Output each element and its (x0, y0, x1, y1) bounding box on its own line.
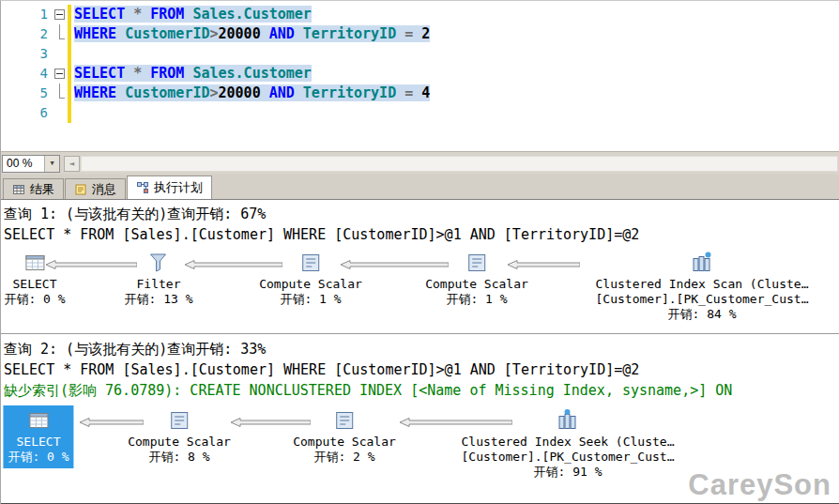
code-token: Sales.Customer (184, 6, 311, 23)
code-token: > (210, 25, 219, 42)
plan-node-cost: 开销: 1 % (259, 292, 362, 307)
code-text[interactable]: WHERE CustomerID>20000 AND TerritoryID =… (71, 84, 430, 103)
plan-node-label: [Customer].[PK_Customer_Cust… (462, 450, 675, 465)
compute-scalar-operator-icon (425, 251, 528, 275)
code-token: FROM (150, 65, 184, 82)
code-token: AND (261, 84, 295, 101)
tab-label: 消息 (92, 181, 116, 198)
code-token: = (396, 25, 421, 42)
code-token: WHERE (74, 25, 116, 42)
execution-plan-icon (136, 181, 149, 194)
code-text[interactable] (71, 103, 74, 123)
plan-node-label: SELECT (4, 277, 65, 292)
code-token: SELECT (74, 65, 125, 82)
compute-scalar-operator-icon (259, 251, 362, 275)
plan-node-label: Clustered Index Scan (Cluste… (596, 277, 809, 292)
results-tab-bar: 结果 消息 执行计划 (1, 175, 839, 199)
plan-node-select[interactable]: SELECT 开销: 0 % (3, 405, 73, 468)
line-number: 4 (1, 64, 53, 84)
query2-header: 查询 2: (与该批有关的)查询开销: 33% (4, 341, 266, 359)
editor-line[interactable]: 3 (1, 44, 839, 64)
code-token: * (125, 65, 150, 82)
tab-execution-plan[interactable]: 执行计划 (127, 176, 212, 199)
horizontal-scrollbar-track[interactable] (81, 156, 838, 172)
clustered-index-seek-operator-icon (462, 408, 675, 433)
plan-node-select[interactable]: SELECT 开销: 0 % (4, 251, 65, 307)
missing-index-suggestion[interactable]: 缺少索引(影响 76.0789): CREATE NONCLUSTERED IN… (4, 382, 732, 400)
plan-node-cost: 开销: 1 % (425, 292, 528, 307)
plan-node-cost: 开销: 8 % (128, 450, 231, 465)
plan-node-compute-scalar[interactable]: Compute Scalar 开销: 1 % (425, 251, 528, 307)
plan-node-cost: 开销: 2 % (293, 450, 396, 465)
code-token: AND (261, 25, 295, 42)
editor-scrollbar-area: 00 % ▼ ◄ (1, 151, 839, 175)
scroll-left-button[interactable]: ◄ (64, 156, 80, 172)
code-token: CustomerID (116, 25, 209, 42)
fold-margin (53, 103, 68, 123)
plan-node-label: Filter (125, 277, 193, 292)
plan-section-divider (1, 333, 839, 334)
zoom-combobox[interactable]: 00 % ▼ (2, 155, 60, 173)
tab-results[interactable]: 结果 (3, 178, 64, 199)
code-token: = (396, 84, 421, 101)
plan-node-clustered-index-scan[interactable]: Clustered Index Scan (Cluste… [Customer]… (596, 251, 809, 322)
editor-line[interactable]: 5 WHERE CustomerID>20000 AND TerritoryID… (1, 84, 839, 103)
query2-sql-text: SELECT * FROM [Sales].[Customer] WHERE [… (4, 361, 639, 378)
editor-line[interactable]: 4 SELECT * FROM Sales.Customer (1, 64, 839, 84)
code-text[interactable] (71, 44, 74, 64)
plan-node-compute-scalar[interactable]: Compute Scalar 开销: 8 % (128, 408, 231, 465)
code-token: TerritoryID (295, 25, 396, 42)
fold-margin[interactable] (53, 64, 68, 84)
fold-region-line (59, 24, 65, 39)
plan-node-compute-scalar[interactable]: Compute Scalar 开销: 1 % (259, 251, 362, 307)
tab-label: 执行计划 (154, 179, 203, 196)
code-token: 2 (421, 25, 430, 42)
code-token: 4 (421, 84, 430, 101)
fold-margin[interactable] (53, 84, 68, 103)
fold-margin[interactable] (53, 5, 68, 24)
ssms-window: 1 SELECT * FROM Sales.Customer 2 WHERE C… (0, 0, 839, 504)
plan-node-label: [Customer].[PK_Customer_Cust… (596, 292, 809, 307)
collapse-minus-icon[interactable] (54, 9, 65, 20)
code-text[interactable]: WHERE CustomerID>20000 AND TerritoryID =… (71, 24, 430, 44)
code-token: * (125, 6, 150, 23)
code-token: > (210, 84, 219, 101)
plan-node-label: Compute Scalar (293, 435, 396, 450)
plan-node-clustered-index-seek[interactable]: Clustered Index Seek (Cluste… [Customer]… (462, 408, 675, 480)
fold-region-line (59, 84, 65, 99)
zoom-value: 00 % (3, 157, 44, 170)
filter-operator-icon (125, 251, 193, 275)
plan-node-label: Compute Scalar (128, 435, 231, 450)
chevron-down-icon[interactable]: ▼ (44, 156, 59, 172)
editor-line[interactable]: 6 (1, 103, 839, 123)
code-token: 20000 (219, 25, 261, 42)
query1-sql-text: SELECT * FROM [Sales].[Customer] WHERE [… (4, 226, 639, 243)
select-operator-icon (4, 251, 65, 275)
plan-node-compute-scalar[interactable]: Compute Scalar 开销: 2 % (293, 408, 396, 465)
code-text[interactable]: SELECT * FROM Sales.Customer (71, 64, 312, 84)
code-token: Sales.Customer (184, 65, 311, 82)
compute-scalar-operator-icon (293, 408, 396, 433)
plan-node-label: SELECT (8, 435, 69, 450)
fold-margin[interactable] (53, 24, 68, 44)
execution-plan-pane[interactable]: 查询 1: (与该批有关的)查询开销: 67% SELECT * FROM [S… (1, 199, 839, 504)
tab-label: 结果 (30, 181, 54, 198)
line-number: 3 (1, 44, 53, 64)
plan-node-cost: 开销: 0 % (4, 292, 65, 307)
tab-messages[interactable]: 消息 (65, 178, 126, 199)
sql-editor[interactable]: 1 SELECT * FROM Sales.Customer 2 WHERE C… (1, 1, 839, 151)
messages-icon (74, 183, 87, 196)
code-text[interactable]: SELECT * FROM Sales.Customer (71, 5, 312, 24)
plan-node-cost: 开销: 84 % (596, 307, 809, 322)
collapse-minus-icon[interactable] (54, 69, 65, 79)
plan-node-filter[interactable]: Filter 开销: 13 % (125, 251, 193, 307)
results-grid-icon (12, 183, 25, 196)
code-token: FROM (150, 6, 184, 23)
code-token: 20000 (219, 84, 261, 101)
compute-scalar-operator-icon (128, 408, 231, 433)
editor-line[interactable]: 2 WHERE CustomerID>20000 AND TerritoryID… (1, 24, 839, 44)
code-token: TerritoryID (295, 84, 396, 101)
line-number: 2 (1, 24, 53, 44)
plan-node-label: Clustered Index Seek (Cluste… (462, 435, 675, 450)
editor-line[interactable]: 1 SELECT * FROM Sales.Customer (1, 5, 839, 24)
